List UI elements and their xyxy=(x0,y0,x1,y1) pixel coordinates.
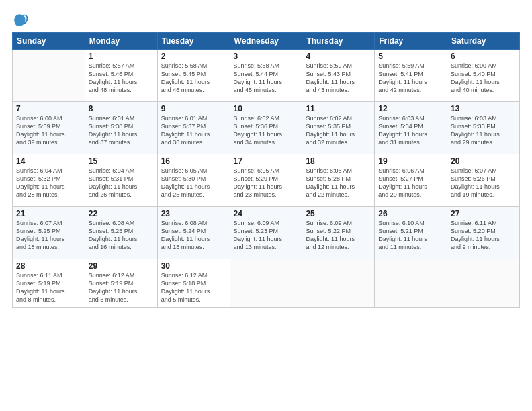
day-info: Sunrise: 6:07 AM Sunset: 5:25 PM Dayligh… xyxy=(16,219,81,252)
day-info: Sunrise: 6:03 AM Sunset: 5:33 PM Dayligh… xyxy=(451,114,516,147)
calendar-cell: 2Sunrise: 5:58 AM Sunset: 5:45 PM Daylig… xyxy=(157,50,230,102)
day-info: Sunrise: 6:11 AM Sunset: 5:20 PM Dayligh… xyxy=(451,219,516,252)
weekday-header: Monday xyxy=(85,33,157,50)
day-info: Sunrise: 6:09 AM Sunset: 5:23 PM Dayligh… xyxy=(234,219,299,252)
day-info: Sunrise: 6:02 AM Sunset: 5:35 PM Dayligh… xyxy=(306,114,371,147)
day-info: Sunrise: 5:58 AM Sunset: 5:44 PM Dayligh… xyxy=(234,62,299,95)
day-info: Sunrise: 6:05 AM Sunset: 5:29 PM Dayligh… xyxy=(234,167,299,199)
calendar-cell: 10Sunrise: 6:02 AM Sunset: 5:36 PM Dayli… xyxy=(230,102,302,154)
day-number: 18 xyxy=(306,156,371,166)
page: SundayMondayTuesdayWednesdayThursdayFrid… xyxy=(0,0,532,314)
calendar-cell: 23Sunrise: 6:08 AM Sunset: 5:24 PM Dayli… xyxy=(157,207,230,259)
day-number: 4 xyxy=(306,52,371,61)
calendar-cell: 6Sunrise: 6:00 AM Sunset: 5:40 PM Daylig… xyxy=(447,50,520,102)
day-number: 29 xyxy=(89,261,154,271)
calendar-cell: 25Sunrise: 6:09 AM Sunset: 5:22 PM Dayli… xyxy=(302,207,375,259)
day-number: 8 xyxy=(89,104,154,113)
day-info: Sunrise: 6:12 AM Sunset: 5:19 PM Dayligh… xyxy=(89,271,154,304)
day-info: Sunrise: 5:58 AM Sunset: 5:45 PM Dayligh… xyxy=(161,62,226,95)
weekday-header: Thursday xyxy=(302,33,375,50)
day-info: Sunrise: 5:59 AM Sunset: 5:43 PM Dayligh… xyxy=(306,62,371,95)
day-number: 11 xyxy=(306,104,371,113)
header xyxy=(12,12,520,28)
calendar-cell: 14Sunrise: 6:04 AM Sunset: 5:32 PM Dayli… xyxy=(13,154,85,207)
weekday-header: Friday xyxy=(375,33,447,50)
calendar-cell: 30Sunrise: 6:12 AM Sunset: 5:18 PM Dayli… xyxy=(157,259,230,308)
calendar-cell: 28Sunrise: 6:11 AM Sunset: 5:19 PM Dayli… xyxy=(13,259,85,308)
day-info: Sunrise: 5:57 AM Sunset: 5:46 PM Dayligh… xyxy=(89,62,154,95)
calendar-cell: 5Sunrise: 5:59 AM Sunset: 5:41 PM Daylig… xyxy=(375,50,447,102)
day-number: 17 xyxy=(234,156,299,166)
day-number: 16 xyxy=(161,156,226,166)
calendar-cell: 22Sunrise: 6:08 AM Sunset: 5:25 PM Dayli… xyxy=(85,207,157,259)
weekday-header: Saturday xyxy=(447,33,520,50)
calendar-cell: 29Sunrise: 6:12 AM Sunset: 5:19 PM Dayli… xyxy=(85,259,157,308)
logo xyxy=(12,12,31,28)
day-number: 20 xyxy=(451,156,516,166)
day-number: 21 xyxy=(16,209,81,218)
calendar-cell: 13Sunrise: 6:03 AM Sunset: 5:33 PM Dayli… xyxy=(447,102,520,154)
day-info: Sunrise: 6:05 AM Sunset: 5:30 PM Dayligh… xyxy=(161,167,226,199)
day-number: 14 xyxy=(16,156,81,166)
day-info: Sunrise: 6:04 AM Sunset: 5:32 PM Dayligh… xyxy=(16,167,81,199)
day-info: Sunrise: 6:10 AM Sunset: 5:21 PM Dayligh… xyxy=(378,219,443,252)
calendar-cell: 19Sunrise: 6:06 AM Sunset: 5:27 PM Dayli… xyxy=(375,154,447,207)
day-info: Sunrise: 6:06 AM Sunset: 5:28 PM Dayligh… xyxy=(306,167,371,199)
calendar-cell: 21Sunrise: 6:07 AM Sunset: 5:25 PM Dayli… xyxy=(13,207,85,259)
day-info: Sunrise: 6:11 AM Sunset: 5:19 PM Dayligh… xyxy=(16,271,81,304)
day-info: Sunrise: 5:59 AM Sunset: 5:41 PM Dayligh… xyxy=(378,62,443,95)
weekday-header: Wednesday xyxy=(230,33,302,50)
day-number: 3 xyxy=(234,52,299,61)
calendar-cell: 16Sunrise: 6:05 AM Sunset: 5:30 PM Dayli… xyxy=(157,154,230,207)
weekday-header: Tuesday xyxy=(157,33,230,50)
day-number: 15 xyxy=(89,156,154,166)
calendar-cell xyxy=(302,259,375,308)
calendar-cell: 18Sunrise: 6:06 AM Sunset: 5:28 PM Dayli… xyxy=(302,154,375,207)
day-number: 5 xyxy=(378,52,443,61)
day-number: 22 xyxy=(89,209,154,218)
day-info: Sunrise: 6:08 AM Sunset: 5:24 PM Dayligh… xyxy=(161,219,226,252)
calendar-cell: 1Sunrise: 5:57 AM Sunset: 5:46 PM Daylig… xyxy=(85,50,157,102)
calendar-cell: 26Sunrise: 6:10 AM Sunset: 5:21 PM Dayli… xyxy=(375,207,447,259)
day-info: Sunrise: 6:12 AM Sunset: 5:18 PM Dayligh… xyxy=(161,271,226,304)
day-number: 6 xyxy=(451,52,516,61)
day-number: 30 xyxy=(161,261,226,271)
calendar-cell: 11Sunrise: 6:02 AM Sunset: 5:35 PM Dayli… xyxy=(302,102,375,154)
day-number: 28 xyxy=(16,261,81,271)
calendar-cell: 7Sunrise: 6:00 AM Sunset: 5:39 PM Daylig… xyxy=(13,102,85,154)
calendar-cell xyxy=(447,259,520,308)
day-number: 12 xyxy=(378,104,443,113)
calendar-cell: 12Sunrise: 6:03 AM Sunset: 5:34 PM Dayli… xyxy=(375,102,447,154)
day-info: Sunrise: 6:01 AM Sunset: 5:38 PM Dayligh… xyxy=(89,114,154,147)
day-info: Sunrise: 6:00 AM Sunset: 5:40 PM Dayligh… xyxy=(451,62,516,95)
day-number: 1 xyxy=(89,52,154,61)
day-info: Sunrise: 6:02 AM Sunset: 5:36 PM Dayligh… xyxy=(234,114,299,147)
day-number: 26 xyxy=(378,209,443,218)
day-info: Sunrise: 6:01 AM Sunset: 5:37 PM Dayligh… xyxy=(161,114,226,147)
calendar-cell: 3Sunrise: 5:58 AM Sunset: 5:44 PM Daylig… xyxy=(230,50,302,102)
calendar-cell: 20Sunrise: 6:07 AM Sunset: 5:26 PM Dayli… xyxy=(447,154,520,207)
calendar-cell: 9Sunrise: 6:01 AM Sunset: 5:37 PM Daylig… xyxy=(157,102,230,154)
calendar-cell xyxy=(230,259,302,308)
calendar-cell: 15Sunrise: 6:04 AM Sunset: 5:31 PM Dayli… xyxy=(85,154,157,207)
day-number: 9 xyxy=(161,104,226,113)
day-number: 27 xyxy=(451,209,516,218)
calendar-cell: 17Sunrise: 6:05 AM Sunset: 5:29 PM Dayli… xyxy=(230,154,302,207)
day-number: 2 xyxy=(161,52,226,61)
day-number: 19 xyxy=(378,156,443,166)
day-info: Sunrise: 6:00 AM Sunset: 5:39 PM Dayligh… xyxy=(16,114,81,147)
day-number: 10 xyxy=(234,104,299,113)
day-number: 25 xyxy=(306,209,371,218)
day-number: 7 xyxy=(16,104,81,113)
weekday-header: Sunday xyxy=(13,33,85,50)
day-info: Sunrise: 6:03 AM Sunset: 5:34 PM Dayligh… xyxy=(378,114,443,147)
day-info: Sunrise: 6:07 AM Sunset: 5:26 PM Dayligh… xyxy=(451,167,516,199)
day-number: 24 xyxy=(234,209,299,218)
calendar-cell: 24Sunrise: 6:09 AM Sunset: 5:23 PM Dayli… xyxy=(230,207,302,259)
day-info: Sunrise: 6:06 AM Sunset: 5:27 PM Dayligh… xyxy=(378,167,443,199)
day-info: Sunrise: 6:04 AM Sunset: 5:31 PM Dayligh… xyxy=(89,167,154,199)
calendar-cell: 27Sunrise: 6:11 AM Sunset: 5:20 PM Dayli… xyxy=(447,207,520,259)
logo-icon xyxy=(12,12,28,28)
calendar-cell xyxy=(375,259,447,308)
day-number: 23 xyxy=(161,209,226,218)
